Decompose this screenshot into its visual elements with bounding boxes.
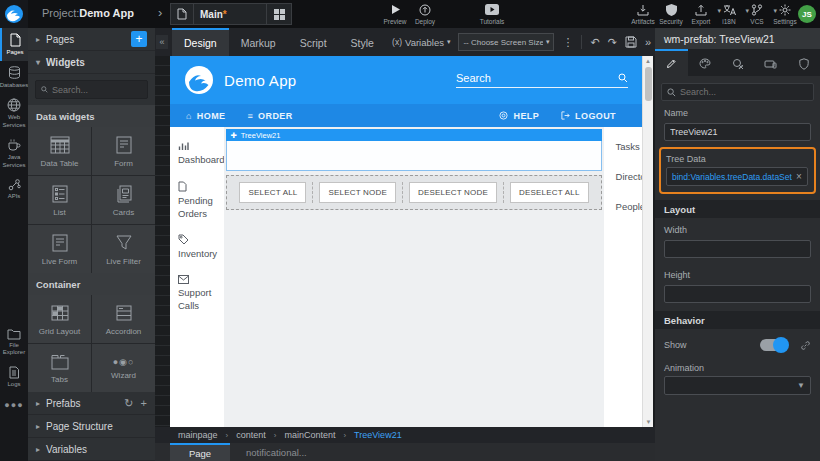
- tab-security[interactable]: [787, 49, 820, 76]
- add-prefab-icon[interactable]: +: [141, 397, 147, 409]
- widget-tile-live-filter[interactable]: Live Filter: [92, 225, 155, 273]
- variables-section-header[interactable]: ▸ Variables: [28, 438, 155, 461]
- widget-tile-accordion[interactable]: Accordion: [92, 295, 155, 343]
- breadcrumb-separator: ›: [274, 431, 277, 440]
- tab-events[interactable]: [721, 49, 754, 76]
- tab-style[interactable]: Style: [339, 28, 386, 56]
- notification-text[interactable]: notificational...: [246, 447, 307, 458]
- security-button[interactable]: Security: [654, 3, 688, 25]
- nav-order[interactable]: ≡ORDER: [247, 111, 292, 121]
- right-nav-directory[interactable]: Directory: [616, 171, 642, 182]
- rail-item-databases[interactable]: Databases: [0, 61, 28, 94]
- undo-icon[interactable]: ↶: [590, 36, 599, 49]
- preview-button[interactable]: Preview: [378, 3, 412, 25]
- height-input[interactable]: [664, 285, 811, 303]
- widget-search[interactable]: [35, 80, 148, 99]
- side-nav-dashboard[interactable]: Dashboard: [178, 141, 224, 167]
- user-avatar[interactable]: JS: [798, 5, 816, 23]
- prefabs-section-header[interactable]: ▸ Prefabs ↻ +: [28, 392, 155, 415]
- widget-tile-list[interactable]: List: [28, 176, 91, 224]
- page-structure-section-header[interactable]: ▸ Page Structure: [28, 415, 155, 438]
- cards-icon: [114, 184, 134, 204]
- right-nav-tasks[interactable]: Tasks: [616, 141, 642, 152]
- expand-right-icon[interactable]: »: [645, 36, 651, 48]
- nav-help[interactable]: HELP: [499, 111, 539, 121]
- tab-devices[interactable]: [754, 49, 787, 76]
- settings-button[interactable]: Settings ▾: [768, 3, 802, 25]
- treeview-selection-label[interactable]: ✚ TreeView21: [226, 129, 601, 141]
- right-nav-people[interactable]: People: [616, 201, 642, 212]
- rail-item-pages[interactable]: Pages: [0, 28, 28, 61]
- show-toggle[interactable]: [760, 339, 788, 351]
- tab-markup[interactable]: Markup: [229, 28, 288, 56]
- rail-item-file-explorer[interactable]: File Explorer: [0, 323, 28, 361]
- nav-logout[interactable]: LOGOUT: [561, 111, 616, 121]
- wavemaker-logo[interactable]: [0, 0, 28, 28]
- tab-design[interactable]: Design: [172, 28, 229, 56]
- screen-size-select[interactable]: -- Choose Screen Size -- ▾: [458, 33, 554, 51]
- collapse-panel-button[interactable]: «: [156, 35, 168, 49]
- rail-item-apis[interactable]: APIs: [0, 173, 28, 205]
- tree-data-input[interactable]: bind:Variables.treeData.dataSet ×: [666, 167, 808, 186]
- redo-icon[interactable]: ↷: [608, 36, 617, 49]
- widget-tile-live-form[interactable]: Live Form: [28, 225, 91, 273]
- globe-icon: [7, 98, 21, 112]
- deselect-all-button[interactable]: DESELECT ALL: [510, 182, 589, 203]
- select-node-button[interactable]: SELECT NODE: [319, 182, 396, 203]
- bind-link-icon[interactable]: [800, 340, 811, 351]
- page-grid-icon[interactable]: [267, 9, 291, 20]
- clear-binding-icon[interactable]: ×: [796, 171, 802, 182]
- pages-section-header[interactable]: ▸ Pages +: [28, 28, 155, 51]
- widget-tile-form[interactable]: Form: [92, 127, 155, 175]
- save-icon[interactable]: [625, 36, 637, 48]
- rail-item-logs[interactable]: Logs: [0, 361, 28, 393]
- button-cell: DESELECT NODE: [403, 182, 504, 203]
- breadcrumb-content[interactable]: content: [236, 430, 266, 440]
- treeview-widget[interactable]: ✚ TreeView21: [226, 129, 601, 171]
- variables-button[interactable]: (x) Variables ▾: [392, 37, 450, 48]
- side-nav-inventory[interactable]: Inventory: [178, 234, 224, 261]
- rail-item-web-services[interactable]: Web Services: [0, 93, 28, 133]
- kebab-menu-icon[interactable]: ⋮: [562, 36, 573, 49]
- rail-item-java-services[interactable]: Java Services: [0, 133, 28, 173]
- deselect-node-button[interactable]: DESELECT NODE: [409, 182, 497, 203]
- widgets-section-header[interactable]: ▾ Widgets: [28, 51, 155, 74]
- palette-icon: [699, 58, 711, 69]
- widget-tile-wizard[interactable]: ●◉○ Wizard: [92, 344, 155, 392]
- scrollbar-thumb[interactable]: [645, 67, 652, 101]
- nav-home[interactable]: ⌂HOME: [186, 111, 225, 121]
- more-options-icon[interactable]: ●●●: [0, 392, 28, 418]
- select-all-button[interactable]: SELECT ALL: [239, 182, 306, 203]
- add-page-button[interactable]: +: [131, 31, 147, 47]
- properties-search-input[interactable]: [680, 87, 800, 97]
- animation-select[interactable]: ▼: [664, 376, 811, 395]
- behavior-section-header: Behavior: [655, 311, 820, 329]
- side-nav-support-calls[interactable]: Support Calls: [178, 275, 224, 313]
- scroll-down-icon[interactable]: ▼: [643, 417, 654, 427]
- page-selector[interactable]: Main*: [170, 3, 292, 25]
- unsaved-indicator: *: [223, 9, 227, 20]
- canvas-scrollbar[interactable]: ▲ ▼: [642, 56, 653, 427]
- widget-tile-data-table[interactable]: Data Table: [28, 127, 91, 175]
- deploy-button[interactable]: Deploy: [408, 3, 442, 25]
- scroll-up-icon[interactable]: ▲: [643, 56, 653, 66]
- widget-tile-grid-layout[interactable]: Grid Layout: [28, 295, 91, 343]
- tab-styles[interactable]: [688, 49, 721, 76]
- widget-search-input[interactable]: [52, 85, 142, 95]
- treeview-body[interactable]: [226, 141, 601, 171]
- properties-search[interactable]: [661, 83, 814, 101]
- side-nav-pending-orders[interactable]: Pending Orders: [178, 181, 224, 221]
- page-tab[interactable]: Page: [170, 443, 230, 461]
- width-input[interactable]: [664, 240, 811, 258]
- tutorials-button[interactable]: Tutorials: [475, 3, 509, 25]
- breadcrumb-maincontent[interactable]: mainContent: [284, 430, 335, 440]
- tab-properties[interactable]: [655, 49, 688, 76]
- name-input[interactable]: [664, 123, 811, 141]
- widget-tile-tabs[interactable]: Tabs: [28, 344, 91, 392]
- app-search[interactable]: Search: [456, 72, 628, 88]
- tab-script[interactable]: Script: [288, 28, 339, 56]
- breadcrumb-treeview21[interactable]: TreeView21: [354, 430, 402, 440]
- breadcrumb-mainpage[interactable]: mainpage: [178, 430, 218, 440]
- refresh-icon[interactable]: ↻: [124, 397, 133, 410]
- widget-tile-cards[interactable]: Cards: [92, 176, 155, 224]
